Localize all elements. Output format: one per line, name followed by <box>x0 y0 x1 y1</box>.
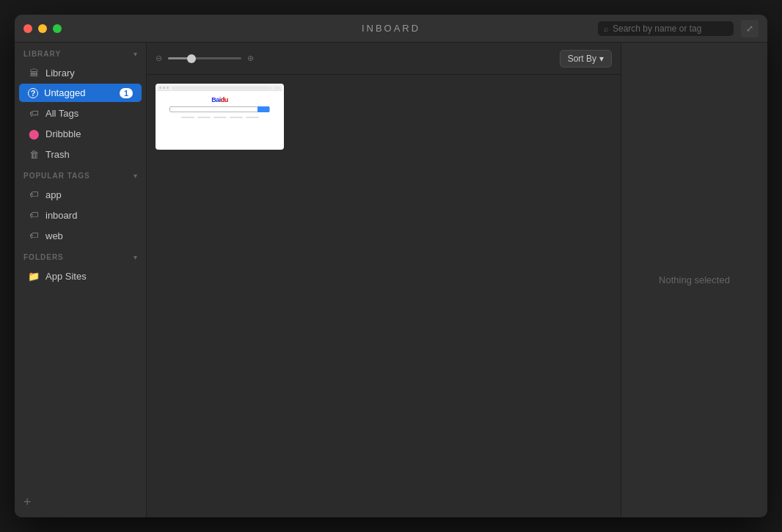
sidebar: LIBRARY ▾ 🏛 Library ? Untagged 1 🏷 All T… <box>15 43 147 517</box>
dribbble-icon: ⬤ <box>28 128 40 139</box>
trash-icon: 🗑 <box>28 148 40 160</box>
baidu-body: Baidu <box>157 91 282 121</box>
sort-arrow-icon: ▾ <box>599 54 604 64</box>
untagged-icon: ? <box>28 88 38 98</box>
folder-icon: 📁 <box>28 270 40 282</box>
dribbble-label: Dribbble <box>45 128 133 139</box>
sidebar-item-tag-web[interactable]: 🏷 web <box>19 226 142 245</box>
trash-label: Trash <box>45 149 133 160</box>
sidebar-item-dribbble[interactable]: ⬤ Dribbble <box>19 124 142 143</box>
folder-app-sites-label: App Sites <box>45 271 133 282</box>
sort-button[interactable]: Sort By ▾ <box>560 50 612 68</box>
folders-section-header: FOLDERS ▾ <box>15 246 146 266</box>
zoom-slider[interactable] <box>168 57 241 59</box>
baidu-logo: Baidu <box>211 96 228 103</box>
tag-app-label: app <box>45 189 133 200</box>
library-section-header: LIBRARY ▾ <box>15 43 146 62</box>
app-window: INBOARD ⌕ ⤢ LIBRARY ▾ 🏛 Library ? Untagg… <box>15 15 767 517</box>
sidebar-item-folder-app-sites[interactable]: 📁 App Sites <box>19 266 142 285</box>
library-icon: 🏛 <box>28 67 40 79</box>
sidebar-item-tag-app[interactable]: 🏷 app <box>19 185 142 204</box>
untagged-label: Untagged <box>44 87 114 98</box>
library-section-title: LIBRARY <box>23 50 61 58</box>
main-layout: LIBRARY ▾ 🏛 Library ? Untagged 1 🏷 All T… <box>15 43 767 517</box>
popular-tags-title: POPULAR TAGS <box>23 172 90 180</box>
zoom-out-icon: ⊖ <box>156 54 162 63</box>
folders-chevron-icon: ▾ <box>134 253 137 261</box>
tag-web-label: web <box>45 230 133 241</box>
zoom-in-icon: ⊕ <box>247 54 254 63</box>
folders-title: FOLDERS <box>23 253 64 261</box>
sidebar-item-untagged[interactable]: ? Untagged 1 <box>19 84 142 102</box>
all-tags-label: All Tags <box>45 108 133 119</box>
sidebar-item-all-tags[interactable]: 🏷 All Tags <box>19 103 142 123</box>
browser-dot-1 <box>159 87 161 89</box>
popular-tags-section-header: POPULAR TAGS ▾ <box>15 164 146 184</box>
maximize-button[interactable] <box>53 24 62 33</box>
all-tags-icon: 🏷 <box>28 107 40 119</box>
popular-tags-chevron-icon: ▾ <box>134 172 137 180</box>
baidu-search-inner <box>170 107 257 112</box>
browser-dot-2 <box>163 87 165 89</box>
baidu-link-1 <box>181 117 194 118</box>
browser-dot-3 <box>167 87 169 89</box>
tag-inboard-icon: 🏷 <box>28 209 40 221</box>
titlebar: INBOARD ⌕ ⤢ <box>15 15 767 43</box>
baidu-link-3 <box>213 117 227 118</box>
close-button[interactable] <box>23 24 32 33</box>
content-grid: Baidu <box>147 75 621 517</box>
browser-top-bar <box>157 85 282 91</box>
expand-button[interactable]: ⤢ <box>741 20 759 37</box>
search-input[interactable] <box>613 23 728 34</box>
thumbnail-card[interactable]: Baidu <box>156 84 284 150</box>
tag-app-icon: 🏷 <box>28 189 40 200</box>
baidu-links <box>181 117 259 118</box>
detail-panel: Nothing selected <box>621 43 767 517</box>
baidu-link-4 <box>230 117 243 118</box>
content-toolbar: ⊖ ⊕ Sort By ▾ <box>147 43 621 75</box>
add-button[interactable]: + <box>15 487 146 517</box>
sidebar-item-tag-inboard[interactable]: 🏷 inboard <box>19 205 142 225</box>
tag-inboard-label: inboard <box>45 210 133 221</box>
baidu-link-2 <box>197 117 211 118</box>
minimize-button[interactable] <box>38 24 47 33</box>
browser-url-bar <box>172 87 271 90</box>
search-bar: ⌕ <box>598 21 734 36</box>
traffic-lights <box>23 24 62 33</box>
baidu-search-button <box>257 106 269 112</box>
sidebar-item-library[interactable]: 🏛 Library <box>19 63 142 82</box>
sidebar-item-trash[interactable]: 🗑 Trash <box>19 145 142 164</box>
baidu-search-box <box>169 106 270 112</box>
baidu-link-5 <box>246 117 259 118</box>
search-icon: ⌕ <box>604 24 609 33</box>
untagged-badge: 1 <box>120 88 133 98</box>
app-title: INBOARD <box>362 23 420 34</box>
tag-web-icon: 🏷 <box>28 230 40 241</box>
nothing-selected-label: Nothing selected <box>659 274 730 285</box>
browser-nav-dots <box>274 87 280 90</box>
library-label: Library <box>45 68 133 79</box>
content-area: ⊖ ⊕ Sort By ▾ <box>147 43 621 517</box>
sort-label: Sort By <box>568 54 596 64</box>
library-chevron-icon: ▾ <box>134 50 137 58</box>
baidu-thumbnail: Baidu <box>157 85 282 148</box>
